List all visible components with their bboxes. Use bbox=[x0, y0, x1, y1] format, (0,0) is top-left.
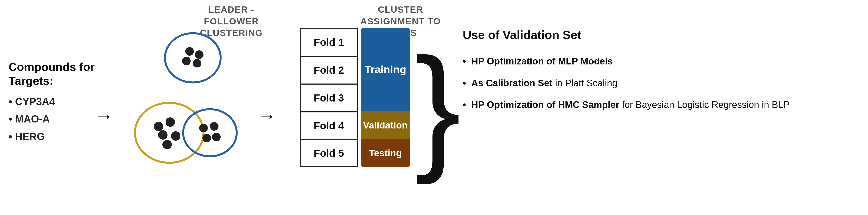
arrow-2: → bbox=[257, 105, 276, 127]
clusters-svg bbox=[133, 28, 244, 178]
svg-point-12 bbox=[199, 124, 208, 132]
compound-item-3: • HERG bbox=[8, 128, 95, 145]
validation-use-block: Use of Validation Set • HP Optimization … bbox=[463, 28, 789, 120]
svg-point-5 bbox=[135, 103, 204, 163]
validation-title: Use of Validation Set bbox=[463, 28, 789, 42]
compound-item-2: • MAO-A bbox=[8, 110, 95, 128]
brace: } bbox=[414, 26, 461, 188]
label-validation: Validation bbox=[361, 111, 410, 139]
clusters-visual bbox=[133, 28, 244, 179]
fold-3: Fold 3 bbox=[300, 84, 358, 111]
svg-point-10 bbox=[162, 140, 172, 149]
validation-item-1: • HP Optimization of MLP Models bbox=[463, 55, 789, 68]
fold-5: Fold 5 bbox=[300, 139, 358, 167]
labels-column: Training Validation Testing bbox=[361, 28, 410, 167]
svg-point-8 bbox=[158, 130, 167, 140]
val-text-2: As Calibration Set in Platt Scaling bbox=[471, 76, 617, 90]
compounds-list: • CYP3A4 • MAO-A • HERG bbox=[8, 93, 95, 145]
validation-item-2: • As Calibration Set in Platt Scaling bbox=[463, 76, 789, 90]
folds-block: Fold 1 Fold 2 Fold 3 Fold 4 Fold 5 Train… bbox=[300, 28, 410, 167]
svg-point-0 bbox=[165, 33, 221, 83]
fold-2: Fold 2 bbox=[300, 56, 358, 84]
svg-point-7 bbox=[165, 117, 175, 127]
svg-point-14 bbox=[203, 134, 211, 143]
label-training: Training bbox=[361, 28, 410, 111]
val-text-3: HP Optimization of HMC Sampler for Bayes… bbox=[471, 98, 789, 111]
val-text-1: HP Optimization of MLP Models bbox=[471, 55, 613, 68]
bullet-2: • bbox=[463, 76, 469, 90]
svg-point-2 bbox=[195, 50, 204, 59]
fold-1: Fold 1 bbox=[300, 28, 358, 56]
svg-point-6 bbox=[154, 122, 163, 131]
label-testing: Testing bbox=[361, 139, 410, 167]
folds-column: Fold 1 Fold 2 Fold 3 Fold 4 Fold 5 bbox=[300, 28, 358, 167]
page: LEADER - FOLLOWER CLUSTERING CLUSTER ASS… bbox=[0, 0, 868, 215]
bullet-1: • bbox=[463, 55, 469, 68]
compound-item-1: • CYP3A4 bbox=[8, 93, 95, 111]
arrow-1: → bbox=[94, 105, 114, 127]
svg-point-3 bbox=[182, 57, 191, 65]
bullet-3: • bbox=[463, 98, 469, 111]
fold-4: Fold 4 bbox=[300, 111, 358, 139]
svg-point-1 bbox=[185, 47, 194, 56]
svg-point-15 bbox=[212, 133, 221, 141]
compounds-block: Compounds for Targets: • CYP3A4 • MAO-A … bbox=[8, 60, 95, 145]
svg-point-9 bbox=[171, 131, 180, 141]
svg-point-13 bbox=[210, 122, 218, 131]
compounds-title: Compounds for Targets: bbox=[8, 60, 95, 88]
svg-point-11 bbox=[183, 109, 237, 156]
svg-point-4 bbox=[193, 59, 202, 67]
validation-item-3: • HP Optimization of HMC Sampler for Bay… bbox=[463, 98, 789, 111]
